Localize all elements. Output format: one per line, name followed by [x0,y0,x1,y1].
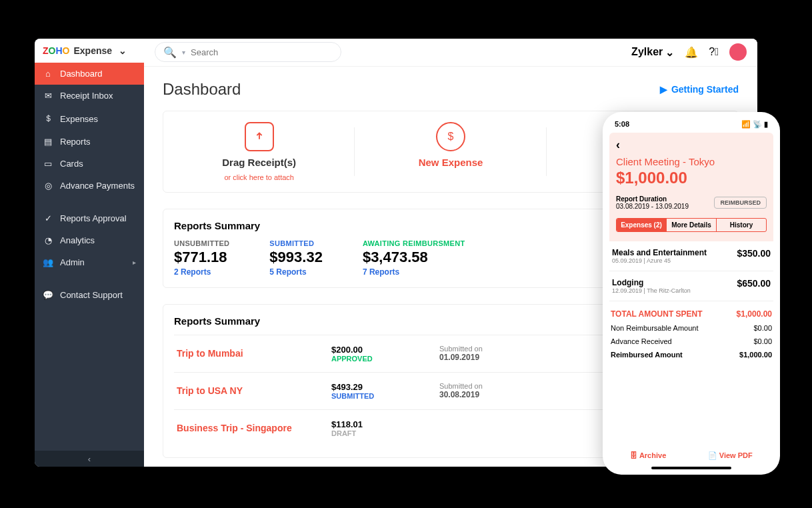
product-name: Expense [73,45,112,56]
sidebar-item-reports-approval[interactable]: ✓ Reports Approval [35,207,144,229]
awaiting-col: AWAITING REIMBURSMENT $3,473.58 7 Report… [363,239,465,277]
drag-receipts-action[interactable]: Drag Receipt(s) or click here to attach [163,122,355,181]
status-badge: REIMBURSED [714,197,767,209]
users-icon: 👥 [43,257,53,267]
sidebar: ZOHO Expense ⌄ ⌂ Dashboard ✉ Receipt Inb… [35,39,144,467]
report-amount-col: $493.29 SUBMITTED [331,382,431,400]
chat-icon: 💬 [43,290,53,300]
bell-icon[interactable]: 🔔 [685,46,698,59]
view-pdf-button[interactable]: 📄 View PDF [708,451,753,460]
zoho-logo: ZOHO [43,45,69,56]
tabs: Expenses (2) More Details History [616,218,767,232]
sidebar-item-receipt-inbox[interactable]: ✉ Receipt Inbox [35,85,144,107]
report-amount: $1,000.00 [616,169,767,187]
phone-actions: 🗄 Archive 📄 View PDF [609,447,773,464]
tab-history[interactable]: History [717,219,766,231]
sidebar-item-label: Receipt Inbox [60,91,113,101]
getting-started-link[interactable]: ▶ Getting Started [660,84,739,95]
sidebar-item-label: Analytics [60,235,95,245]
avatar[interactable] [729,43,747,61]
tab-expenses[interactable]: Expenses (2) [617,219,667,231]
card-icon: ▭ [43,159,53,169]
report-date-col: Submitted on 30.08.2019 [439,382,559,399]
unsubmitted-link[interactable]: 2 Reports [174,267,229,277]
search-input-wrap[interactable]: 🔍 ▾ [155,42,341,62]
new-expense-label: New Expense [419,157,483,168]
sidebar-item-dashboard[interactable]: ⌂ Dashboard [35,63,144,85]
expense-item[interactable]: Lodging12.09.2019 | The Ritz-Carlton$650… [609,271,773,301]
dollar-icon: ＄ [43,113,53,125]
report-name: Trip to Mumbai [177,348,323,359]
report-date-col: Submitted on 01.09.2019 [439,345,559,362]
unsubmitted-col: UNSUBMITTED $771.18 2 Reports [174,239,229,277]
report-title: Client Meeting - Tokyo [616,156,767,167]
sidebar-item-label: Expenses [60,114,98,124]
clock-icon: ◔ [43,235,53,245]
topbar: 🔍 ▾ Zylker ⌄ 🔔 ?⃝ [144,39,757,67]
search-icon: 🔍 [163,46,177,59]
back-button[interactable]: ‹ [616,138,620,152]
folder-icon: ▤ [43,137,53,147]
status-bar: 5:08 📶 📡 ▮ [609,119,773,133]
report-name: Business Trip - Singapore [177,423,323,433]
org-name: Zylker [631,46,663,58]
mobile-preview: 5:08 📶 📡 ▮ ‹ Client Meeting - Tokyo $1,0… [603,112,780,475]
dollar-icon: $ [436,122,465,151]
archive-button[interactable]: 🗄 Archive [630,451,666,460]
sidebar-item-label: Advance Payments [60,181,135,191]
chevron-down-icon: ⌄ [665,46,674,59]
play-icon: ▶ [660,84,667,95]
signal-wifi-battery-icon: 📶 📡 ▮ [741,120,768,129]
org-switcher[interactable]: Zylker ⌄ [631,46,674,59]
sidebar-item-reports[interactable]: ▤ Reports [35,131,144,153]
sidebar-item-expenses[interactable]: ＄ Expenses [35,107,144,131]
report-amount-col: $118.01 DRAFT [331,419,431,437]
chevron-left-icon: ‹ [88,454,91,464]
drag-label: Drag Receipt(s) [222,157,296,168]
report-name: Trip to USA NY [177,385,323,396]
report-header: ‹ Client Meeting - Tokyo $1,000.00 Repor… [609,133,773,241]
sidebar-item-label: Cards [60,159,83,169]
sidebar-item-cards[interactable]: ▭ Cards [35,153,144,175]
sidebar-item-label: Contact Support [60,290,123,300]
home-indicator [651,467,731,469]
new-expense-action[interactable]: $ New Expense [355,122,546,181]
search-input[interactable] [191,47,333,57]
upload-icon [245,122,274,151]
tab-details[interactable]: More Details [667,219,717,231]
report-amount-col: $200.00 APPROVED [331,345,431,363]
sidebar-item-label: Dashboard [60,69,103,79]
brand-switcher[interactable]: ZOHO Expense ⌄ [35,39,144,63]
chevron-down-icon: ▾ [182,49,185,56]
duration-value: 03.08.2019 - 13.09.2019 [616,203,689,210]
expense-item[interactable]: Meals and Entertainment05.09.2019 | Azur… [609,241,773,271]
sidebar-item-contact-support[interactable]: 💬 Contact Support [35,284,144,306]
sidebar-item-admin[interactable]: 👥 Admin [35,251,144,273]
sidebar-item-advance-payments[interactable]: ◎ Advance Payments [35,175,144,197]
sidebar-item-label: Reports [60,137,91,147]
time: 5:08 [615,120,629,129]
coins-icon: ◎ [43,181,53,191]
drag-sublabel: or click here to attach [224,173,294,181]
submitted-link[interactable]: 5 Reports [269,267,323,277]
awaiting-link[interactable]: 7 Reports [363,267,465,277]
help-icon[interactable]: ?⃝ [709,46,719,58]
submitted-col: SUBMITTED $993.32 5 Reports [269,239,323,277]
envelope-icon: ✉ [43,91,53,101]
approval-icon: ✓ [43,213,53,223]
totals: TOTAL AMOUNT SPENT$1,000.00 Non Reimburs… [609,307,773,361]
home-icon: ⌂ [43,69,53,79]
chevron-down-icon: ⌄ [119,45,127,56]
duration-label: Report Duration [616,195,689,203]
sidebar-item-label: Admin [60,257,85,267]
sidebar-item-label: Reports Approval [60,213,127,223]
sidebar-item-analytics[interactable]: ◔ Analytics [35,229,144,251]
page-title: Dashboard [163,80,241,99]
sidebar-collapse[interactable]: ‹ [35,451,144,467]
